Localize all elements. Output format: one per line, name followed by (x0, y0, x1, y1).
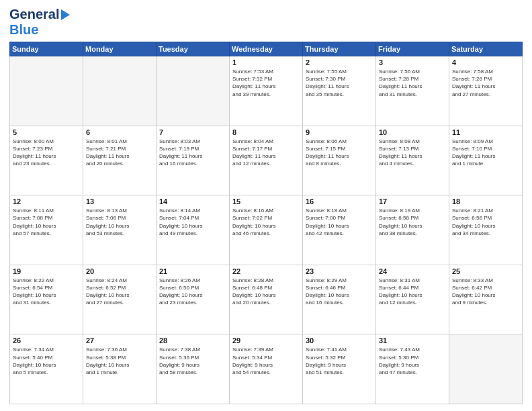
calendar-week-row: 12Sunrise: 8:11 AMSunset: 7:08 PMDayligh… (10, 195, 523, 265)
calendar-cell: 28Sunrise: 7:38 AMSunset: 5:36 PMDayligh… (157, 334, 230, 404)
day-number: 15 (232, 197, 300, 205)
calendar-cell: 6Sunrise: 8:01 AMSunset: 7:21 PMDaylight… (83, 126, 157, 195)
cell-daylight-info: Sunrise: 8:26 AMSunset: 6:50 PMDaylight:… (159, 277, 226, 307)
day-number: 18 (452, 197, 519, 205)
day-number: 1 (232, 58, 300, 66)
calendar-cell: 5Sunrise: 8:00 AMSunset: 7:23 PMDaylight… (10, 126, 83, 195)
calendar-cell: 16Sunrise: 8:18 AMSunset: 7:00 PMDayligh… (303, 195, 376, 265)
day-number: 22 (232, 267, 300, 275)
header: General Blue (9, 7, 523, 38)
day-number: 31 (379, 336, 446, 345)
logo-blue: Blue (9, 22, 38, 37)
calendar-cell: 2Sunrise: 7:55 AMSunset: 7:30 PMDaylight… (303, 56, 376, 126)
calendar-cell: 21Sunrise: 8:26 AMSunset: 6:50 PMDayligh… (157, 265, 230, 334)
calendar-cell: 13Sunrise: 8:13 AMSunset: 7:06 PMDayligh… (83, 195, 157, 265)
calendar-table: SundayMondayTuesdayWednesdayThursdayFrid… (9, 42, 523, 404)
calendar-cell: 8Sunrise: 8:04 AMSunset: 7:17 PMDaylight… (230, 126, 303, 195)
day-number: 21 (159, 267, 226, 275)
cell-daylight-info: Sunrise: 8:11 AMSunset: 7:08 PMDaylight:… (13, 207, 80, 237)
cell-daylight-info: Sunrise: 8:13 AMSunset: 7:06 PMDaylight:… (86, 207, 153, 237)
calendar-cell (449, 334, 523, 404)
cell-daylight-info: Sunrise: 8:18 AMSunset: 7:00 PMDaylight:… (306, 207, 373, 237)
day-number: 19 (13, 267, 80, 275)
calendar-cell: 17Sunrise: 8:19 AMSunset: 6:58 PMDayligh… (376, 195, 449, 265)
calendar-week-row: 19Sunrise: 8:22 AMSunset: 6:54 PMDayligh… (10, 265, 523, 334)
day-number: 3 (379, 58, 446, 66)
calendar-week-row: 1Sunrise: 7:53 AMSunset: 7:32 PMDaylight… (10, 56, 523, 126)
day-number: 16 (306, 197, 373, 205)
day-number: 30 (306, 336, 373, 345)
day-header-saturday: Saturday (449, 42, 523, 56)
day-number: 25 (452, 267, 519, 275)
cell-daylight-info: Sunrise: 8:29 AMSunset: 6:46 PMDaylight:… (306, 277, 373, 307)
calendar-cell: 3Sunrise: 7:56 AMSunset: 7:28 PMDaylight… (376, 56, 449, 126)
cell-daylight-info: Sunrise: 7:43 AMSunset: 5:30 PMDaylight:… (379, 346, 446, 376)
calendar-cell: 24Sunrise: 8:31 AMSunset: 6:44 PMDayligh… (376, 265, 449, 334)
cell-daylight-info: Sunrise: 7:53 AMSunset: 7:32 PMDaylight:… (232, 68, 300, 98)
cell-daylight-info: Sunrise: 8:09 AMSunset: 7:10 PMDaylight:… (452, 138, 519, 168)
calendar-cell: 12Sunrise: 8:11 AMSunset: 7:08 PMDayligh… (10, 195, 83, 265)
day-number: 2 (306, 58, 373, 66)
day-number: 9 (306, 128, 373, 136)
calendar-week-row: 5Sunrise: 8:00 AMSunset: 7:23 PMDaylight… (10, 126, 523, 195)
day-header-sunday: Sunday (10, 42, 83, 56)
cell-daylight-info: Sunrise: 8:31 AMSunset: 6:44 PMDaylight:… (379, 277, 446, 307)
cell-daylight-info: Sunrise: 7:55 AMSunset: 7:30 PMDaylight:… (306, 68, 373, 98)
calendar-week-row: 26Sunrise: 7:34 AMSunset: 5:40 PMDayligh… (10, 334, 523, 404)
day-number: 8 (232, 128, 300, 136)
calendar-cell: 19Sunrise: 8:22 AMSunset: 6:54 PMDayligh… (10, 265, 83, 334)
cell-daylight-info: Sunrise: 8:21 AMSunset: 6:56 PMDaylight:… (452, 207, 519, 237)
cell-daylight-info: Sunrise: 8:28 AMSunset: 6:48 PMDaylight:… (232, 277, 300, 307)
calendar-cell: 11Sunrise: 8:09 AMSunset: 7:10 PMDayligh… (449, 126, 523, 195)
day-number: 17 (379, 197, 446, 205)
day-number: 13 (86, 197, 153, 205)
day-number: 14 (159, 197, 226, 205)
cell-daylight-info: Sunrise: 7:56 AMSunset: 7:28 PMDaylight:… (379, 68, 446, 98)
calendar-cell: 29Sunrise: 7:39 AMSunset: 5:34 PMDayligh… (230, 334, 303, 404)
calendar-cell: 15Sunrise: 8:16 AMSunset: 7:02 PMDayligh… (230, 195, 303, 265)
cell-daylight-info: Sunrise: 8:01 AMSunset: 7:21 PMDaylight:… (86, 138, 153, 168)
cell-daylight-info: Sunrise: 8:22 AMSunset: 6:54 PMDaylight:… (13, 277, 80, 307)
day-header-thursday: Thursday (303, 42, 376, 56)
calendar-cell: 25Sunrise: 8:33 AMSunset: 6:42 PMDayligh… (449, 265, 523, 334)
day-header-monday: Monday (83, 42, 157, 56)
day-number: 7 (159, 128, 226, 136)
calendar-cell: 9Sunrise: 8:06 AMSunset: 7:15 PMDaylight… (303, 126, 376, 195)
cell-daylight-info: Sunrise: 8:06 AMSunset: 7:15 PMDaylight:… (306, 138, 373, 168)
day-number: 27 (86, 336, 153, 345)
cell-daylight-info: Sunrise: 7:58 AMSunset: 7:26 PMDaylight:… (452, 68, 519, 98)
day-number: 20 (86, 267, 153, 275)
cell-daylight-info: Sunrise: 8:33 AMSunset: 6:42 PMDaylight:… (452, 277, 519, 307)
day-number: 29 (232, 336, 300, 345)
calendar-cell: 23Sunrise: 8:29 AMSunset: 6:46 PMDayligh… (303, 265, 376, 334)
cell-daylight-info: Sunrise: 8:03 AMSunset: 7:19 PMDaylight:… (159, 138, 226, 168)
day-number: 12 (13, 197, 80, 205)
day-number: 6 (86, 128, 153, 136)
calendar-cell: 30Sunrise: 7:41 AMSunset: 5:32 PMDayligh… (303, 334, 376, 404)
calendar-cell (157, 56, 230, 126)
calendar-cell: 10Sunrise: 8:08 AMSunset: 7:13 PMDayligh… (376, 126, 449, 195)
day-number: 24 (379, 267, 446, 275)
day-number: 23 (306, 267, 373, 275)
calendar-cell: 7Sunrise: 8:03 AMSunset: 7:19 PMDaylight… (157, 126, 230, 195)
day-header-tuesday: Tuesday (157, 42, 230, 56)
calendar-cell (10, 56, 83, 126)
calendar-cell: 27Sunrise: 7:36 AMSunset: 5:38 PMDayligh… (83, 334, 157, 404)
calendar-cell: 4Sunrise: 7:58 AMSunset: 7:26 PMDaylight… (449, 56, 523, 126)
cell-daylight-info: Sunrise: 7:36 AMSunset: 5:38 PMDaylight:… (86, 346, 153, 376)
cell-daylight-info: Sunrise: 8:19 AMSunset: 6:58 PMDaylight:… (379, 207, 446, 237)
cell-daylight-info: Sunrise: 8:24 AMSunset: 6:52 PMDaylight:… (86, 277, 153, 307)
cell-daylight-info: Sunrise: 8:16 AMSunset: 7:02 PMDaylight:… (232, 207, 300, 237)
day-number: 11 (452, 128, 519, 136)
page: General Blue SundayMondayTuesdayWednesda… (0, 0, 532, 411)
day-number: 4 (452, 58, 519, 66)
day-number: 10 (379, 128, 446, 136)
logo-general: General (9, 7, 59, 22)
cell-daylight-info: Sunrise: 7:38 AMSunset: 5:36 PMDaylight:… (159, 346, 226, 376)
logo-arrow-icon (61, 9, 70, 20)
day-header-friday: Friday (376, 42, 449, 56)
day-number: 26 (13, 336, 80, 345)
cell-daylight-info: Sunrise: 7:39 AMSunset: 5:34 PMDaylight:… (232, 346, 300, 376)
day-number: 28 (159, 336, 226, 345)
cell-daylight-info: Sunrise: 8:00 AMSunset: 7:23 PMDaylight:… (13, 138, 80, 168)
